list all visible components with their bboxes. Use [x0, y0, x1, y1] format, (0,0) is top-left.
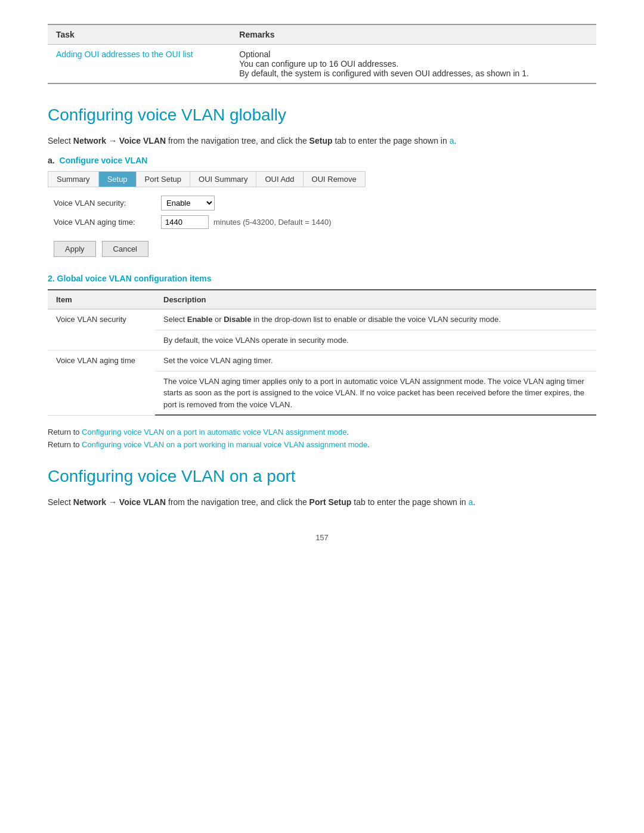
- tab-setup[interactable]: Setup: [99, 172, 137, 187]
- remarks-cell: Optional You can configure up to 16 OUI …: [231, 45, 596, 84]
- remark-default: By default, the system is configured wit…: [239, 69, 588, 78]
- return-link-1-anchor[interactable]: Configuring voice VLAN on a port in auto…: [82, 428, 346, 436]
- desc-aging-1: Set the voice VLAN aging timer.: [155, 351, 596, 371]
- description-col-header: Description: [155, 290, 596, 309]
- sub-label-a: a.: [48, 156, 55, 165]
- desc-aging-2: The voice VLAN aging timer applies only …: [155, 371, 596, 415]
- section2-intro: Select Network → Voice VLAN from the nav…: [48, 496, 596, 509]
- section2-heading: Configuring voice VLAN on a port: [48, 467, 596, 486]
- task-col-header: Task: [48, 24, 231, 45]
- return-link-1: Return to Configuring voice VLAN on a po…: [48, 428, 596, 436]
- table-row: Voice VLAN security Select Enable or Dis…: [48, 309, 596, 330]
- tab-oui-add[interactable]: OUI Add: [256, 172, 303, 187]
- item-col-header: Item: [48, 290, 155, 309]
- table-row: Voice VLAN aging time Set the voice VLAN…: [48, 351, 596, 371]
- return-link-2-anchor[interactable]: Configuring voice VLAN on a port working…: [82, 440, 367, 449]
- task-table: Task Remarks Adding OUI addresses to the…: [48, 24, 596, 84]
- item-aging: Voice VLAN aging time: [48, 351, 155, 416]
- return-link-2: Return to Configuring voice VLAN on a po…: [48, 440, 596, 449]
- item-security: Voice VLAN security: [48, 309, 155, 351]
- tab-summary[interactable]: Summary: [48, 172, 99, 187]
- section1-intro-link[interactable]: a: [450, 136, 454, 145]
- remark-configure: You can configure up to 16 OUI addresses…: [239, 59, 588, 69]
- task-cell: Adding OUI addresses to the OUI list: [48, 45, 231, 84]
- security-select[interactable]: Enable Disable: [161, 196, 215, 210]
- return-prefix-1: Return to: [48, 428, 82, 436]
- form-area: Voice VLAN security: Enable Disable Voic…: [54, 196, 596, 229]
- section2-link-a[interactable]: a: [469, 497, 473, 507]
- cancel-button[interactable]: Cancel: [102, 241, 148, 257]
- return-prefix-2: Return to: [48, 440, 82, 449]
- aging-input[interactable]: [161, 215, 209, 229]
- sub-title-a: Configure voice VLAN: [60, 156, 148, 165]
- tab-port-setup[interactable]: Port Setup: [137, 172, 190, 187]
- desc-security-1: Select Enable or Disable in the drop-dow…: [155, 309, 596, 330]
- numbered-heading: 2. Global voice VLAN configuration items: [48, 274, 596, 283]
- tab-oui-summary[interactable]: OUI Summary: [190, 172, 256, 187]
- sub-heading-a: a. Configure voice VLAN: [48, 156, 596, 165]
- remarks-col-header: Remarks: [231, 24, 596, 45]
- apply-button[interactable]: Apply: [54, 241, 96, 257]
- button-row: Apply Cancel: [54, 241, 596, 257]
- aging-hint: minutes (5-43200, Default = 1440): [213, 218, 332, 227]
- security-row: Voice VLAN security: Enable Disable: [54, 196, 596, 210]
- oui-task-link[interactable]: Adding OUI addresses to the OUI list: [56, 49, 193, 59]
- desc-security-2: By default, the voice VLANs operate in s…: [155, 330, 596, 351]
- aging-label: Voice VLAN aging time:: [54, 218, 161, 227]
- tab-bar: Summary Setup Port Setup OUI Summary OUI…: [48, 171, 366, 187]
- table-row: Adding OUI addresses to the OUI list Opt…: [48, 45, 596, 84]
- section1-heading: Configuring voice VLAN globally: [48, 106, 596, 125]
- page-number: 157: [48, 533, 596, 542]
- aging-row: Voice VLAN aging time: minutes (5-43200,…: [54, 215, 596, 229]
- remark-optional: Optional: [239, 49, 588, 59]
- security-label: Voice VLAN security:: [54, 199, 161, 208]
- tab-oui-remove[interactable]: OUI Remove: [304, 172, 365, 187]
- desc-table: Item Description Voice VLAN security Sel…: [48, 289, 596, 416]
- section1-intro: Select Network → Voice VLAN from the nav…: [48, 134, 596, 147]
